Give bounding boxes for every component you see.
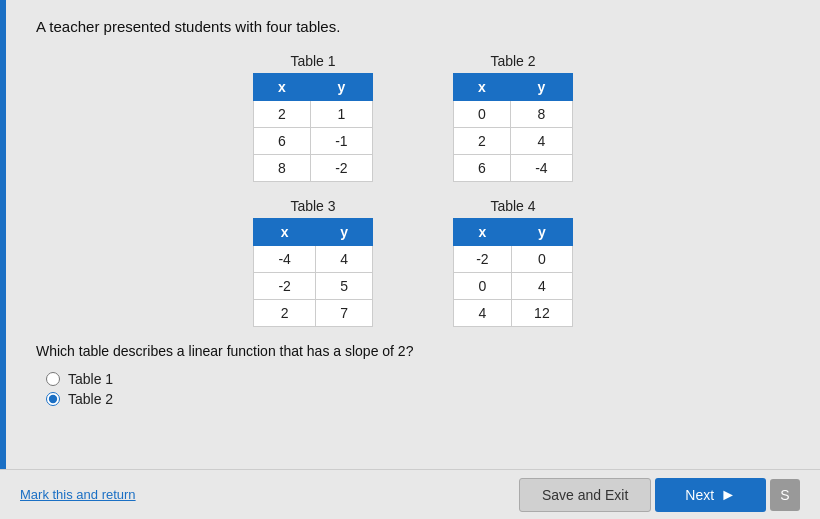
table-cell: 2 <box>254 101 311 128</box>
table-row: -20 <box>454 246 573 273</box>
table2-title: Table 2 <box>490 53 535 69</box>
table3-title: Table 3 <box>290 198 335 214</box>
table-row: 04 <box>454 273 573 300</box>
table2: x y 08246-4 <box>453 73 573 182</box>
table4: x y -2004412 <box>453 218 573 327</box>
table-cell: 6 <box>254 128 311 155</box>
next-button[interactable]: Next ► <box>655 478 766 512</box>
table4-header-y: y <box>511 219 572 246</box>
table1: x y 216-18-2 <box>253 73 373 182</box>
table-row: 24 <box>454 128 573 155</box>
question-prompt: Which table describes a linear function … <box>36 343 790 359</box>
tables-right: Table 2 x y 08246-4 Table 4 <box>453 53 573 327</box>
table-cell: 4 <box>316 246 373 273</box>
table-cell: 5 <box>316 273 373 300</box>
table3: x y -44-2527 <box>253 218 373 327</box>
table-row: 8-2 <box>254 155 373 182</box>
question-text: A teacher presented students with four t… <box>36 18 790 35</box>
table1-header-y: y <box>310 74 372 101</box>
option-table1[interactable]: Table 1 <box>46 371 790 387</box>
table2-wrapper: Table 2 x y 08246-4 <box>453 53 573 182</box>
main-content: A teacher presented students with four t… <box>0 0 820 407</box>
table-cell: 2 <box>454 128 511 155</box>
table-cell: -2 <box>454 246 512 273</box>
table3-wrapper: Table 3 x y -44-2527 <box>253 198 373 327</box>
table-cell: 0 <box>511 246 572 273</box>
table-cell: 0 <box>454 101 511 128</box>
side-button[interactable]: S <box>770 479 800 511</box>
table-cell: 6 <box>454 155 511 182</box>
table3-header-y: y <box>316 219 373 246</box>
table-cell: 8 <box>254 155 311 182</box>
table-cell: 4 <box>454 300 512 327</box>
table-cell: -2 <box>310 155 372 182</box>
table-cell: 1 <box>310 101 372 128</box>
table3-header-x: x <box>254 219 316 246</box>
table4-wrapper: Table 4 x y -2004412 <box>453 198 573 327</box>
button-group: Save and Exit Next ► S <box>519 478 800 512</box>
radio-options: Table 1 Table 2 <box>36 371 790 407</box>
mark-link[interactable]: Mark this and return <box>20 487 136 502</box>
bottom-bar: Mark this and return Save and Exit Next … <box>0 469 820 519</box>
next-arrow-icon: ► <box>720 486 736 504</box>
option-table2-label: Table 2 <box>68 391 113 407</box>
radio-table1[interactable] <box>46 372 60 386</box>
table1-header-x: x <box>254 74 311 101</box>
table-cell: -1 <box>310 128 372 155</box>
table-cell: 0 <box>454 273 512 300</box>
tables-left: Table 1 x y 216-18-2 Table 3 <box>253 53 373 327</box>
save-exit-button[interactable]: Save and Exit <box>519 478 651 512</box>
table-cell: 8 <box>510 101 572 128</box>
option-table2[interactable]: Table 2 <box>46 391 790 407</box>
table-row: 6-1 <box>254 128 373 155</box>
table-cell: 7 <box>316 300 373 327</box>
table-row: -44 <box>254 246 373 273</box>
table2-header-y: y <box>510 74 572 101</box>
next-button-label: Next <box>685 487 714 503</box>
left-accent-bar <box>0 0 6 519</box>
table-row: 412 <box>454 300 573 327</box>
table4-header-x: x <box>454 219 512 246</box>
table-row: -25 <box>254 273 373 300</box>
option-table1-label: Table 1 <box>68 371 113 387</box>
table-cell: 4 <box>511 273 572 300</box>
tables-container: Table 1 x y 216-18-2 Table 3 <box>36 53 790 327</box>
table-cell: 2 <box>254 300 316 327</box>
table-row: 21 <box>254 101 373 128</box>
table1-title: Table 1 <box>290 53 335 69</box>
table2-header-x: x <box>454 74 511 101</box>
table-cell: 4 <box>510 128 572 155</box>
table-cell: -2 <box>254 273 316 300</box>
table-row: 27 <box>254 300 373 327</box>
table-row: 08 <box>454 101 573 128</box>
radio-table2[interactable] <box>46 392 60 406</box>
table1-wrapper: Table 1 x y 216-18-2 <box>253 53 373 182</box>
table-cell: -4 <box>510 155 572 182</box>
table4-title: Table 4 <box>490 198 535 214</box>
table-cell: 12 <box>511 300 572 327</box>
table-row: 6-4 <box>454 155 573 182</box>
table-cell: -4 <box>254 246 316 273</box>
